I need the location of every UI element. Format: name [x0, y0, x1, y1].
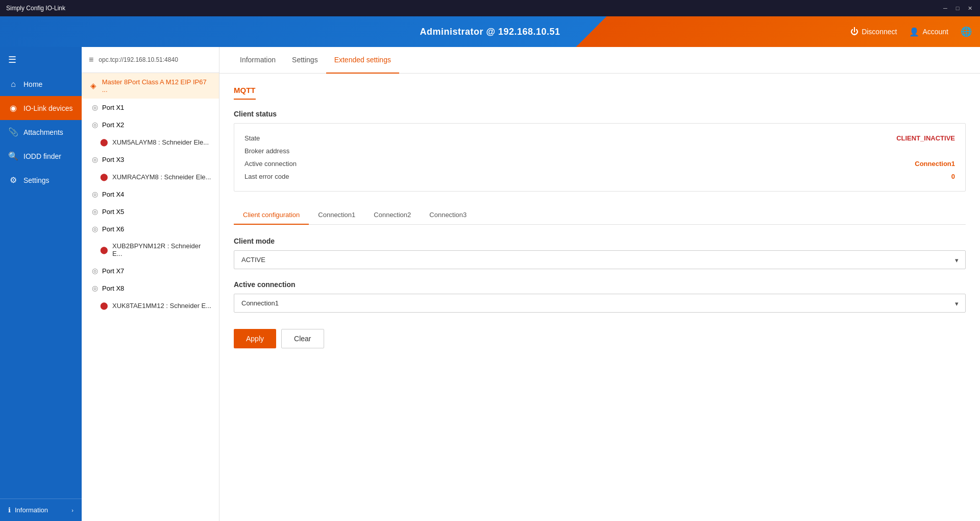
active-connection-label: Active connection: [244, 160, 297, 168]
port-x3-item[interactable]: ◎ Port X3: [82, 151, 219, 168]
xum5-device-label: XUM5ALAYM8 : Schneider Ele...: [112, 138, 209, 146]
active-connection-select[interactable]: Connection1 Connection2 Connection3: [234, 294, 966, 313]
port-x7-label: Port X7: [102, 267, 124, 275]
xumra-device-item[interactable]: ⬤ XUMRACAYM8 : Schneider Ele...: [82, 168, 219, 185]
sidebar-item-home[interactable]: ⌂ Home: [0, 73, 82, 96]
state-label: State: [244, 134, 260, 142]
flag-icon: 🌐: [961, 26, 972, 37]
port-x2-item[interactable]: ◎ Port X2: [82, 116, 219, 133]
client-mode-select-wrapper: ACTIVE INACTIVE: [234, 250, 966, 269]
port-x8-item[interactable]: ◎ Port X8: [82, 279, 219, 297]
header-bar: Administrator @ 192.168.10.51 ⏻ Disconne…: [0, 16, 980, 47]
sidebar-item-settings[interactable]: ⚙ Settings: [0, 168, 82, 192]
xumra-device-icon: ⬤: [100, 173, 108, 181]
sidebar-information[interactable]: ℹ Information ›: [0, 499, 82, 521]
port-x1-item[interactable]: ◎ Port X1: [82, 99, 219, 116]
port-x6-item[interactable]: ◎ Port X6: [82, 220, 219, 238]
sidebar-menu-icon[interactable]: ☰: [0, 47, 82, 73]
account-button[interactable]: 👤 Account: [909, 27, 948, 37]
tab-information[interactable]: Information: [232, 47, 284, 74]
tab-extended-settings[interactable]: Extended settings: [326, 47, 399, 74]
content-area: ≡ opc.tcp://192.168.10.51:4840 ◈ Master …: [82, 47, 980, 521]
port-x5-label: Port X5: [102, 208, 124, 216]
port-x3-label: Port X3: [102, 156, 124, 163]
sidebar-item-settings-label: Settings: [23, 176, 50, 184]
maximize-button[interactable]: □: [953, 4, 962, 12]
broker-label: Broker address: [244, 147, 289, 155]
account-icon: 👤: [909, 27, 919, 37]
port-x2-label: Port X2: [102, 121, 124, 129]
sidebar-item-io-link-devices[interactable]: ◉ IO-Link devices: [0, 96, 82, 120]
state-value: CLIENT_INACTIVE: [896, 134, 955, 142]
xuk8-device-item[interactable]: ⬤ XUK8TAE1MM12 : Schneider E...: [82, 297, 219, 314]
sidebar-item-attachments[interactable]: 📎 Attachments: [0, 120, 82, 144]
client-mode-title: Client mode: [234, 237, 966, 245]
xub2-device-label: XUB2BPYNM12R : Schneider E...: [112, 242, 212, 257]
status-row-active-connection: Active connection Connection1: [244, 157, 955, 170]
master-device-label: Master 8Port Class A M12 EIP IP67 ...: [102, 78, 212, 93]
sub-tab-connection2[interactable]: Connection2: [364, 206, 420, 225]
port-x3-icon: ◎: [92, 155, 98, 163]
port-x5-icon: ◎: [92, 207, 98, 216]
device-tree-header: ≡ opc.tcp://192.168.10.51:4840: [82, 47, 219, 73]
xum5-device-item[interactable]: ⬤ XUM5ALAYM8 : Schneider Ele...: [82, 133, 219, 151]
port-x2-icon: ◎: [92, 121, 98, 129]
body: ☰ ⌂ Home ◉ IO-Link devices 📎 Attachments…: [0, 47, 980, 521]
port-x6-icon: ◎: [92, 225, 98, 233]
port-x5-item[interactable]: ◎ Port X5: [82, 203, 219, 220]
active-connection-select-wrapper: Connection1 Connection2 Connection3: [234, 294, 966, 313]
status-row-state: State CLIENT_INACTIVE: [244, 132, 955, 145]
sidebar-info-label: Information: [15, 506, 48, 514]
header-title: Administrator @ 192.168.10.51: [420, 27, 560, 37]
main-tabs: Information Settings Extended settings: [219, 47, 980, 74]
xub2-device-item[interactable]: ⬤ XUB2BPYNM12R : Schneider E...: [82, 238, 219, 262]
port-x4-icon: ◎: [92, 190, 98, 198]
sub-tab-connection1[interactable]: Connection1: [309, 206, 364, 225]
active-connection-form-title: Active connection: [234, 280, 966, 289]
settings-icon: ⚙: [8, 175, 18, 185]
app-name: Simply Config IO-Link: [6, 5, 941, 12]
status-row-error-code: Last error code 0: [244, 170, 955, 183]
sidebar-item-iodd-finder[interactable]: 🔍 IODD finder: [0, 144, 82, 168]
master-device-item[interactable]: ◈ Master 8Port Class A M12 EIP IP67 ...: [82, 73, 219, 99]
port-x7-icon: ◎: [92, 267, 98, 275]
btn-group: Apply Clear: [234, 329, 966, 348]
list-icon: ≡: [89, 55, 93, 64]
sidebar-item-iodd-label: IODD finder: [23, 152, 61, 160]
account-label: Account: [922, 28, 948, 36]
port-x7-item[interactable]: ◎ Port X7: [82, 262, 219, 279]
port-x4-item[interactable]: ◎ Port X4: [82, 185, 219, 203]
tab-settings[interactable]: Settings: [284, 47, 326, 74]
disconnect-button[interactable]: ⏻ Disconnect: [850, 27, 897, 36]
close-button[interactable]: ✕: [966, 4, 974, 12]
client-mode-select[interactable]: ACTIVE INACTIVE: [234, 250, 966, 269]
sub-tabs: Client configuration Connection1 Connect…: [234, 206, 966, 225]
minimize-button[interactable]: ─: [941, 4, 949, 12]
port-x4-label: Port X4: [102, 191, 124, 198]
disconnect-icon: ⏻: [850, 27, 859, 36]
title-bar: Simply Config IO-Link ─ □ ✕: [0, 0, 980, 16]
window-controls[interactable]: ─ □ ✕: [941, 4, 974, 12]
main-panel: Information Settings Extended settings M…: [219, 47, 980, 521]
client-status-title: Client status: [234, 110, 966, 118]
app: Administrator @ 192.168.10.51 ⏻ Disconne…: [0, 16, 980, 521]
clear-button[interactable]: Clear: [281, 329, 324, 348]
port-x6-label: Port X6: [102, 225, 124, 233]
master-device-icon: ◈: [89, 81, 98, 90]
port-x8-label: Port X8: [102, 285, 124, 292]
xum5-device-icon: ⬤: [100, 138, 108, 146]
io-link-icon: ◉: [8, 103, 18, 113]
status-row-broker: Broker address: [244, 145, 955, 157]
xub2-device-icon: ⬤: [100, 246, 108, 254]
sub-tab-connection3[interactable]: Connection3: [420, 206, 476, 225]
mqtt-section-label: MQTT: [234, 86, 256, 100]
active-connection-value: Connection1: [915, 160, 955, 168]
apply-button[interactable]: Apply: [234, 329, 276, 348]
sidebar-item-io-link-label: IO-Link devices: [23, 104, 72, 112]
sub-tab-client-configuration[interactable]: Client configuration: [234, 206, 309, 225]
client-status-box: State CLIENT_INACTIVE Broker address Act…: [234, 123, 966, 192]
attachments-icon: 📎: [8, 127, 18, 137]
device-tree: ≡ opc.tcp://192.168.10.51:4840 ◈ Master …: [82, 47, 219, 521]
main-content: MQTT Client status State CLIENT_INACTIVE…: [219, 74, 980, 521]
info-icon: ℹ: [8, 506, 11, 514]
